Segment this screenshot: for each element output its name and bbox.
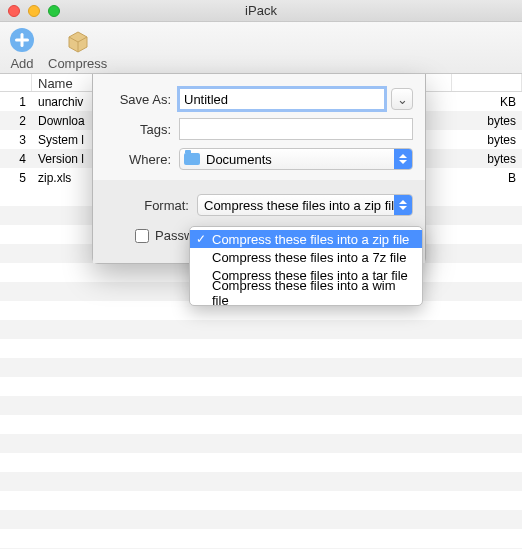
close-window-button[interactable]: [8, 5, 20, 17]
folder-icon: [184, 153, 200, 165]
menu-item-zip[interactable]: Compress these files into a zip file: [190, 230, 422, 248]
col-size[interactable]: [452, 74, 522, 91]
box-icon: [64, 26, 92, 54]
where-label: Where:: [105, 152, 171, 167]
format-select[interactable]: Compress these files into a zip file: [197, 194, 413, 216]
col-number[interactable]: [0, 74, 32, 91]
password-check-input[interactable]: [135, 229, 149, 243]
where-value: Documents: [206, 152, 408, 167]
add-label: Add: [10, 56, 33, 71]
save-as-label: Save As:: [105, 92, 171, 107]
save-as-input[interactable]: [179, 88, 385, 110]
titlebar: iPack: [0, 0, 522, 22]
add-button[interactable]: Add: [8, 26, 36, 71]
menu-item-wim[interactable]: Compress these files into a wim file: [190, 284, 422, 302]
compress-button[interactable]: Compress: [48, 26, 107, 71]
zoom-window-button[interactable]: [48, 5, 60, 17]
minimize-window-button[interactable]: [28, 5, 40, 17]
menu-item-7z[interactable]: Compress these files into a 7z file: [190, 248, 422, 266]
plus-circle-icon: [8, 26, 36, 54]
format-value: Compress these files into a zip file: [204, 198, 401, 213]
traffic-lights: [8, 5, 60, 17]
where-select[interactable]: Documents: [179, 148, 413, 170]
tags-label: Tags:: [105, 122, 171, 137]
compress-label: Compress: [48, 56, 107, 71]
updown-icon: [394, 149, 412, 169]
save-sheet: Save As: ⌄ Tags: Where: Documents Format…: [92, 74, 426, 264]
format-menu: Compress these files into a zip file Com…: [189, 226, 423, 306]
tags-input[interactable]: [179, 118, 413, 140]
chevron-down-icon: ⌄: [397, 92, 408, 107]
window-title: iPack: [0, 3, 522, 18]
updown-icon: [394, 195, 412, 215]
svg-rect-2: [15, 39, 29, 42]
expand-button[interactable]: ⌄: [391, 88, 413, 110]
format-label: Format:: [105, 198, 189, 213]
toolbar: Add Compress: [0, 22, 522, 74]
